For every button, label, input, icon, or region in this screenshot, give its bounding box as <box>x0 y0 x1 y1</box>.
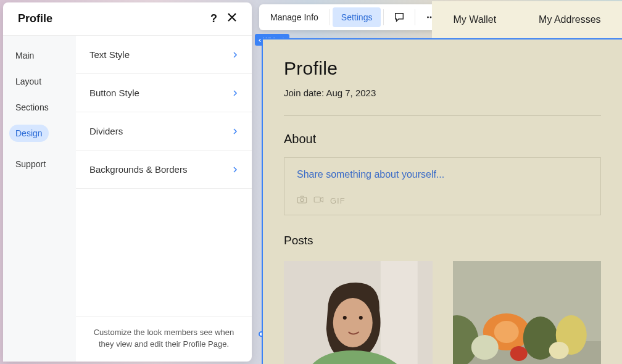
svg-point-4 <box>301 199 304 202</box>
toolbar-separator <box>330 9 330 25</box>
panel-header: Profile ? <box>3 2 252 36</box>
toolbar-separator <box>383 9 384 25</box>
tab-my-wallet[interactable]: My Wallet <box>453 14 496 25</box>
svg-point-16 <box>494 321 518 343</box>
svg-point-9 <box>333 298 373 347</box>
design-item-label: Button Style <box>89 88 139 98</box>
panel-body: Main Layout Sections Design Support Text… <box>3 36 252 362</box>
svg-point-11 <box>359 316 363 320</box>
nav-item-sections[interactable]: Sections <box>9 99 55 116</box>
chevron-right-icon <box>232 88 238 98</box>
profile-content: Profile Join date: Aug 7, 2023 About Sha… <box>263 39 622 364</box>
svg-rect-5 <box>314 197 320 202</box>
divider <box>284 115 601 116</box>
svg-point-17 <box>471 335 498 360</box>
chevron-right-icon <box>232 164 238 175</box>
about-input-box[interactable]: Share something about yourself... GIF <box>284 157 601 215</box>
settings-button[interactable]: Settings <box>333 7 381 27</box>
design-item-text-style[interactable]: Text Style <box>76 36 252 74</box>
about-placeholder: Share something about yourself... <box>297 169 588 180</box>
nav-item-design[interactable]: Design <box>9 125 49 142</box>
svg-point-20 <box>549 342 568 359</box>
design-item-button-style[interactable]: Button Style <box>76 74 252 112</box>
about-attachment-icons: GIF <box>297 195 588 206</box>
comment-icon[interactable] <box>386 7 412 28</box>
profile-top-tabs: My Wallet My Addresses <box>432 1 622 38</box>
about-heading: About <box>284 132 601 146</box>
profile-heading: Profile <box>284 58 601 79</box>
join-date: Join date: Aug 7, 2023 <box>284 88 601 98</box>
svg-rect-7 <box>381 261 418 364</box>
chevron-right-icon <box>232 126 238 136</box>
svg-point-21 <box>510 346 527 361</box>
tab-my-addresses[interactable]: My Addresses <box>539 14 600 25</box>
panel-title: Profile <box>18 12 52 25</box>
manage-info-button[interactable]: Manage Info <box>262 7 327 27</box>
design-item-backgrounds-borders[interactable]: Backgrounds & Borders <box>76 151 252 189</box>
panel-header-actions: ? <box>210 12 237 25</box>
nav-item-support[interactable]: Support <box>9 155 52 173</box>
nav-item-main[interactable]: Main <box>9 47 40 64</box>
post-card[interactable] <box>284 261 433 364</box>
post-card[interactable] <box>453 261 602 364</box>
design-item-label: Text Style <box>89 49 130 60</box>
profile-widget-preview: Profile Join date: Aug 7, 2023 About Sha… <box>262 38 622 364</box>
widget-toolbar: Manage Info Settings <box>259 4 446 30</box>
panel-side-nav: Main Layout Sections Design Support <box>3 36 76 362</box>
svg-point-0 <box>427 17 429 19</box>
panel-footer-hint: Customize the look members see when they… <box>76 316 252 362</box>
help-icon[interactable]: ? <box>210 12 217 25</box>
camera-icon[interactable] <box>297 195 307 206</box>
toolbar-separator <box>415 9 415 25</box>
posts-heading: Posts <box>284 234 601 247</box>
settings-panel: Profile ? Main Layout Sections Design Su… <box>3 2 252 362</box>
video-icon[interactable] <box>313 195 324 206</box>
nav-item-layout[interactable]: Layout <box>9 73 48 90</box>
design-item-dividers[interactable]: Dividers <box>76 112 252 151</box>
design-item-label: Backgrounds & Borders <box>89 164 187 175</box>
svg-point-10 <box>343 316 347 320</box>
chevron-right-icon <box>232 49 238 60</box>
design-item-label: Dividers <box>89 126 123 136</box>
posts-grid <box>284 261 601 364</box>
close-icon[interactable] <box>227 12 237 25</box>
svg-rect-3 <box>297 197 306 203</box>
gif-button[interactable]: GIF <box>330 196 346 205</box>
design-options-list: Text Style Button Style Dividers Backgro… <box>76 36 252 362</box>
